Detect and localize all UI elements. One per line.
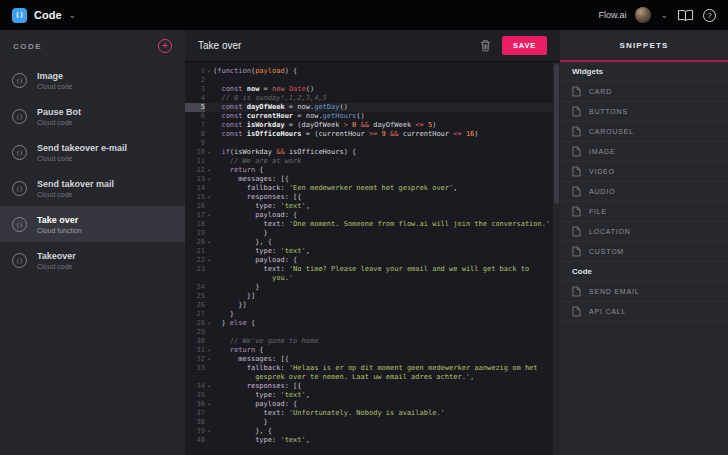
code-line[interactable]: 34▾responses: [{: [185, 382, 553, 391]
code-line[interactable]: 36▾payload: {: [185, 400, 553, 409]
code-line[interactable]: 35type: 'text',: [185, 391, 553, 400]
fold-gutter: [205, 436, 213, 445]
fold-marker-icon[interactable]: ▾: [205, 166, 213, 175]
sidebar-item-send-takover-mail[interactable]: ()Send takover mailCloud code: [0, 170, 185, 206]
code-line[interactable]: 13▾messages: [{: [185, 175, 553, 184]
code-editor[interactable]: 1▾(function(payload) {2 3const now = new…: [185, 62, 553, 455]
code-line[interactable]: 38}: [185, 418, 553, 427]
code-line[interactable]: 17▾payload: {: [185, 211, 553, 220]
line-number: 36: [185, 400, 205, 409]
code-line[interactable]: 32▾messages: [{: [185, 355, 553, 364]
fold-marker-icon[interactable]: ▾: [205, 67, 213, 76]
code-line[interactable]: 30// We've gone to home: [185, 337, 553, 346]
sidebar-item-subtitle: Cloud code: [37, 83, 72, 90]
line-number: 26: [185, 301, 205, 310]
code-line[interactable]: 18text: 'One moment. Someone from flow.a…: [185, 220, 553, 229]
code-line[interactable]: 20▾}, {: [185, 238, 553, 247]
code-line[interactable]: 21type: 'text',: [185, 247, 553, 256]
code-line[interactable]: 10▾if(isWorkday && isOfficeHours) {: [185, 148, 553, 157]
help-icon[interactable]: ?: [703, 9, 716, 22]
code-line[interactable]: 14fallback: 'Een medewerker neemt het ge…: [185, 184, 553, 193]
line-number: 2: [185, 76, 205, 85]
fold-marker-icon[interactable]: ▾: [205, 382, 213, 391]
snippet-video[interactable]: VIDEO: [560, 162, 728, 182]
code-line[interactable]: 19}: [185, 229, 553, 238]
snippet-image[interactable]: IMAGE: [560, 142, 728, 162]
fold-gutter: [205, 283, 213, 292]
snippet-file-icon: [572, 246, 581, 257]
sidebar-item-title: Send takeover e-mail: [37, 143, 127, 153]
fold-marker-icon[interactable]: ▾: [205, 355, 213, 364]
code-line[interactable]: 29: [185, 328, 553, 337]
code-line[interactable]: 5const dayOfWeek = now.getDay(): [185, 103, 553, 112]
code-line[interactable]: 25}]: [185, 292, 553, 301]
fold-marker-icon[interactable]: ▾: [205, 319, 213, 328]
save-button[interactable]: SAVE: [502, 36, 547, 55]
fold-marker-icon[interactable]: ▾: [205, 148, 213, 157]
code-line[interactable]: 23text: 'No time? Please leave your emai…: [185, 265, 553, 283]
fold-marker-icon[interactable]: ▾: [205, 400, 213, 409]
snippet-file[interactable]: FILE: [560, 202, 728, 222]
code-line[interactable]: 4// 0 is sunday!,1,2,3,4,5: [185, 94, 553, 103]
code-line[interactable]: 3const now = new Date(): [185, 85, 553, 94]
snippet-carousel[interactable]: CAROUSEL: [560, 122, 728, 142]
code-line[interactable]: 9: [185, 139, 553, 148]
code-line[interactable]: 31▾return {: [185, 346, 553, 355]
code-line[interactable]: 6const currentHour = now.getHours(): [185, 112, 553, 121]
snippet-custom[interactable]: CUSTOM: [560, 242, 728, 262]
code-line[interactable]: 27}: [185, 310, 553, 319]
sidebar-item-pause-bot[interactable]: ()Pause BotCloud code: [0, 98, 185, 134]
snippet-api-call[interactable]: API CALL: [560, 302, 728, 322]
code-line[interactable]: 15▾responses: [{: [185, 193, 553, 202]
snippet-audio[interactable]: AUDIO: [560, 182, 728, 202]
snippet-send-email[interactable]: SEND EMAIL: [560, 282, 728, 302]
code-text: fallback: 'Helaas is er op dit moment ge…: [213, 364, 553, 382]
sidebar-item-image[interactable]: ()ImageCloud code: [0, 62, 185, 98]
fold-marker-icon[interactable]: ▾: [205, 211, 213, 220]
project-switcher[interactable]: () Code ⌄: [12, 8, 76, 23]
sidebar-item-take-over[interactable]: ()Take overCloud function: [0, 206, 185, 242]
code-line[interactable]: 8const isOfficeHours = (currentHour >= 9…: [185, 130, 553, 139]
fold-gutter: [205, 85, 213, 94]
snippet-card[interactable]: CARD: [560, 82, 728, 102]
snippet-list: WidgetsCARDBUTTONSCAROUSELIMAGEVIDEOAUDI…: [560, 62, 728, 322]
code-line[interactable]: 40type: 'text',: [185, 436, 553, 445]
chevron-down-icon[interactable]: ⌄: [69, 11, 77, 20]
snippet-location[interactable]: LOCATION: [560, 222, 728, 242]
code-line[interactable]: 33fallback: 'Helaas is er op dit moment …: [185, 364, 553, 382]
code-line[interactable]: 11// We are at work: [185, 157, 553, 166]
avatar[interactable]: [635, 7, 651, 23]
code-line[interactable]: 39▾}, {: [185, 427, 553, 436]
code-line[interactable]: 16type: 'text',: [185, 202, 553, 211]
fold-marker-icon[interactable]: ▾: [205, 193, 213, 202]
code-text: text: 'Unfortunately. Nobody is availabl…: [213, 409, 553, 418]
code-line[interactable]: 2: [185, 76, 553, 85]
fold-marker-icon[interactable]: ▾: [205, 427, 213, 436]
line-number: 6: [185, 112, 205, 121]
code-line[interactable]: 24}: [185, 283, 553, 292]
code-line[interactable]: 12▾return {: [185, 166, 553, 175]
code-line[interactable]: 1▾(function(payload) {: [185, 67, 553, 76]
code-line[interactable]: 26}]: [185, 301, 553, 310]
editor-scrollbar[interactable]: [553, 62, 560, 455]
sidebar-item-subtitle: Cloud code: [37, 191, 114, 198]
fold-gutter: [205, 139, 213, 148]
code-line[interactable]: 28▾} else {: [185, 319, 553, 328]
delete-trash-icon[interactable]: [480, 39, 491, 52]
sidebar-item-send-takeover-e-mail[interactable]: ()Send takeover e-mailCloud code: [0, 134, 185, 170]
code-line[interactable]: 37text: 'Unfortunately. Nobody is availa…: [185, 409, 553, 418]
code-line[interactable]: 22▾payload: {: [185, 256, 553, 265]
code-text: }: [213, 229, 553, 238]
sidebar-item-takeover[interactable]: ()TakeoverCloud code: [0, 242, 185, 278]
scrollbar-thumb[interactable]: [554, 64, 559, 204]
docs-book-icon[interactable]: [677, 9, 694, 22]
fold-marker-icon[interactable]: ▾: [205, 175, 213, 184]
add-code-button[interactable]: +: [158, 39, 172, 53]
fold-marker-icon[interactable]: ▾: [205, 256, 213, 265]
fold-marker-icon[interactable]: ▾: [205, 346, 213, 355]
code-line[interactable]: 7const isWorkday = (dayOfWeek > 0 && day…: [185, 121, 553, 130]
account-chevron-down-icon[interactable]: ⌄: [660, 11, 668, 20]
fold-marker-icon[interactable]: ▾: [205, 238, 213, 247]
line-number: 11: [185, 157, 205, 166]
snippet-buttons[interactable]: BUTTONS: [560, 102, 728, 122]
